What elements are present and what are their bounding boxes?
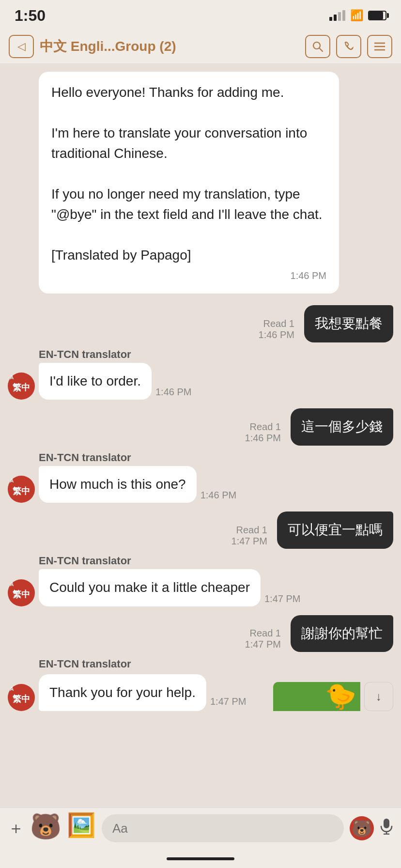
- bubble-trans-1: I'd like to order.: [39, 363, 152, 400]
- translator-group-2: EN-TCN translator A 繁中 How much is this …: [8, 451, 393, 503]
- bubble-right-2: 這一個多少錢: [291, 408, 393, 446]
- bot-intro-text: Hello everyone! Thanks for adding me.I'm…: [51, 85, 323, 263]
- chat-area: Hello everyone! Thanks for adding me.I'm…: [0, 64, 401, 807]
- message-input[interactable]: [102, 814, 344, 842]
- bubble-text-trans-4: Thank you for your help.: [49, 685, 196, 700]
- bot-intro-time: 1:46 PM: [51, 268, 326, 283]
- translator-label-4: EN-TCN translator: [39, 658, 131, 670]
- bubble-time-trans-3: 1:47 PM: [264, 593, 300, 604]
- bubble-text-trans-1: I'd like to order.: [49, 373, 141, 388]
- bubble-time-trans-4: 1:47 PM: [210, 696, 246, 707]
- hamburger-icon: [374, 42, 385, 51]
- bubble-right-4: 謝謝你的幫忙: [291, 615, 393, 652]
- message-group-1: Read 11:46 PM 我想要點餐: [8, 305, 393, 342]
- sticker-emoji: 🐤: [325, 682, 356, 711]
- translator-label-3: EN-TCN translator: [39, 555, 131, 567]
- wifi-icon: 📶: [350, 9, 363, 22]
- menu-button[interactable]: [367, 35, 392, 58]
- bubble-trans-2: How much is this one?: [39, 466, 197, 503]
- mic-button[interactable]: [380, 818, 393, 838]
- emoji-bear-icon: 🐻: [352, 819, 372, 838]
- scroll-down-icon: ↓: [376, 690, 382, 703]
- read-indicator-3: Read 11:47 PM: [231, 525, 267, 547]
- read-indicator-4: Read 11:47 PM: [245, 628, 281, 650]
- svg-rect-5: [384, 819, 389, 828]
- bubble-text-right-3: 可以便宜一點嗎: [288, 522, 383, 537]
- back-button[interactable]: ◁: [9, 35, 34, 58]
- bubble-right-3: 可以便宜一點嗎: [277, 512, 393, 549]
- bubble-right-1: 我想要點餐: [304, 305, 393, 342]
- battery-icon: [368, 11, 386, 20]
- photo-sticker-icon: 🖼️: [67, 814, 96, 837]
- home-bar: [167, 857, 234, 860]
- translator-avatar-1: A 繁中: [8, 372, 35, 400]
- translator-group-4: EN-TCN translator A 繁中 Thank you for you…: [8, 658, 393, 711]
- bot-intro-bubble: Hello everyone! Thanks for adding me.I'm…: [39, 72, 339, 294]
- phone-icon: [343, 41, 354, 52]
- bubble-time-trans-1: 1:46 PM: [155, 387, 191, 398]
- photo-sticker-button[interactable]: 🖼️: [67, 814, 96, 843]
- bubble-time-trans-2: 1:46 PM: [200, 490, 236, 501]
- nav-bar: ◁ 中文 Engli...Group (2): [0, 29, 401, 64]
- translator-avatar-4: A 繁中: [8, 684, 35, 711]
- search-button[interactable]: [305, 35, 330, 58]
- call-button[interactable]: [336, 35, 361, 58]
- search-icon: [312, 41, 323, 52]
- input-bar: ＋ 🐻 🖼️ 🐻: [0, 807, 401, 852]
- status-icons: 📶: [329, 9, 386, 22]
- scroll-down-button[interactable]: ↓: [364, 682, 393, 711]
- message-group-3: Read 11:47 PM 可以便宜一點嗎: [8, 512, 393, 549]
- emoji-button[interactable]: 🐻: [350, 816, 374, 840]
- translator-avatar-2: A 繁中: [8, 476, 35, 503]
- bear-sticker-icon: 🐻: [30, 814, 61, 839]
- microphone-icon: [380, 818, 393, 835]
- translator-group-1: EN-TCN translator A 繁中 I'd like to order…: [8, 348, 393, 400]
- bubble-text-trans-2: How much is this one?: [49, 477, 186, 492]
- bubble-trans-3: Could you make it a little cheaper: [39, 569, 261, 606]
- bubble-text-right-4: 謝謝你的幫忙: [301, 626, 383, 641]
- bot-intro-message: Hello everyone! Thanks for adding me.I'm…: [8, 72, 393, 297]
- bubble-text-trans-3: Could you make it a little cheaper: [49, 580, 250, 595]
- status-bar: 1:50 📶: [0, 0, 401, 29]
- status-time: 1:50: [15, 7, 46, 25]
- svg-line-1: [319, 48, 323, 51]
- message-group-2: Read 11:46 PM 這一個多少錢: [8, 408, 393, 446]
- translator-group-3: EN-TCN translator A 繁中 Could you make it…: [8, 555, 393, 606]
- bubble-trans-4: Thank you for your help.: [39, 674, 206, 712]
- translator-avatar-3: A 繁中: [8, 579, 35, 606]
- bubble-text-right-1: 我想要點餐: [315, 316, 383, 331]
- read-indicator-2: Read 11:46 PM: [245, 421, 281, 444]
- plus-button[interactable]: ＋: [8, 817, 24, 839]
- signal-icon: [329, 10, 345, 21]
- bear-sticker-button[interactable]: 🐻: [30, 814, 61, 843]
- read-indicator-1: Read 11:46 PM: [259, 318, 294, 341]
- chat-title: 中文 Engli...Group (2): [40, 37, 299, 56]
- translator-label-1: EN-TCN translator: [39, 348, 131, 361]
- bubble-text-right-2: 這一個多少錢: [301, 419, 383, 434]
- translator-label-2: EN-TCN translator: [39, 451, 131, 464]
- home-indicator: [0, 852, 401, 868]
- message-group-4: Read 11:47 PM 謝謝你的幫忙: [8, 615, 393, 652]
